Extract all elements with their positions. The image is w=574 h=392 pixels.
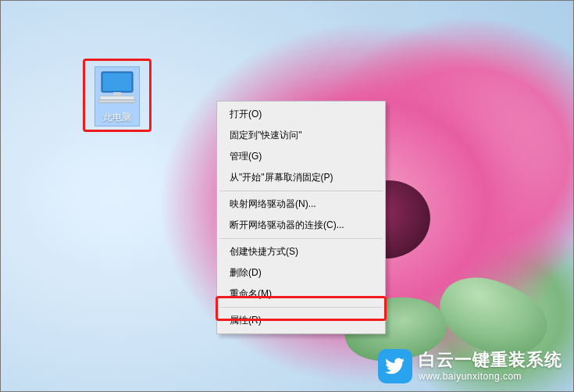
menu-item-delete[interactable]: 删除(D) <box>219 262 383 283</box>
desktop-icon-this-pc[interactable]: 此电脑 <box>87 67 148 126</box>
svg-rect-1 <box>103 73 131 91</box>
menu-item-manage[interactable]: 管理(G) <box>219 146 383 167</box>
menu-separator <box>219 191 383 191</box>
menu-item-properties[interactable]: 属性(R) <box>219 310 383 331</box>
bird-icon <box>385 356 405 376</box>
svg-rect-4 <box>98 100 136 103</box>
menu-item-unpin-from-start[interactable]: 从"开始"屏幕取消固定(P) <box>219 167 383 188</box>
menu-separator <box>219 238 383 239</box>
menu-item-create-shortcut[interactable]: 创建快捷方式(S) <box>219 241 383 262</box>
menu-item-open[interactable]: 打开(O) <box>219 104 383 125</box>
this-pc-icon <box>97 70 137 105</box>
menu-item-disconnect-network-drive[interactable]: 断开网络驱动器的连接(C)... <box>219 215 383 236</box>
watermark-badge <box>378 349 412 383</box>
watermark-text-en: www.baiyunxitong.com <box>419 372 562 383</box>
watermark: 白云一键重装系统 www.baiyunxitong.com <box>378 349 562 383</box>
menu-item-pin-quick-access[interactable]: 固定到"快速访问" <box>219 125 383 146</box>
desktop-icon-label: 此电脑 <box>97 111 137 124</box>
watermark-text-cn: 白云一键重装系统 <box>419 350 562 369</box>
menu-item-map-network-drive[interactable]: 映射网络驱动器(N)... <box>219 194 383 215</box>
context-menu: 打开(O) 固定到"快速访问" 管理(G) 从"开始"屏幕取消固定(P) 映射网… <box>216 101 386 334</box>
svg-rect-2 <box>113 92 121 96</box>
menu-separator <box>219 307 383 308</box>
svg-rect-3 <box>100 96 134 100</box>
menu-item-rename[interactable]: 重命名(M) <box>219 283 383 305</box>
